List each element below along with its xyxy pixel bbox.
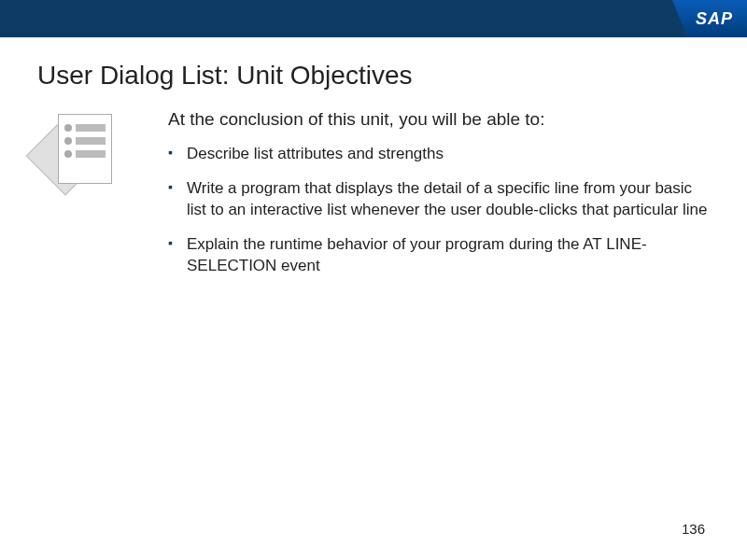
slide-title: User Dialog List: Unit Objectives [0, 37, 747, 109]
sap-logo-text: SAP [696, 9, 733, 29]
objective-item: Explain the runtime behavior of your pro… [168, 234, 710, 277]
header-bar: SAP [0, 0, 747, 37]
objectives-list: Describe list attributes and strengths W… [168, 144, 710, 277]
intro-text: At the conclusion of this unit, you will… [168, 109, 710, 130]
objective-item: Write a program that displays the detail… [168, 178, 710, 221]
sap-logo: SAP [672, 0, 747, 37]
objectives-list-icon [37, 114, 131, 198]
objective-item: Describe list attributes and strengths [168, 144, 710, 165]
text-column: At the conclusion of this unit, you will… [140, 109, 710, 290]
page-number: 136 [682, 521, 705, 537]
content-area: At the conclusion of this unit, you will… [0, 109, 747, 290]
icon-column [37, 109, 140, 290]
